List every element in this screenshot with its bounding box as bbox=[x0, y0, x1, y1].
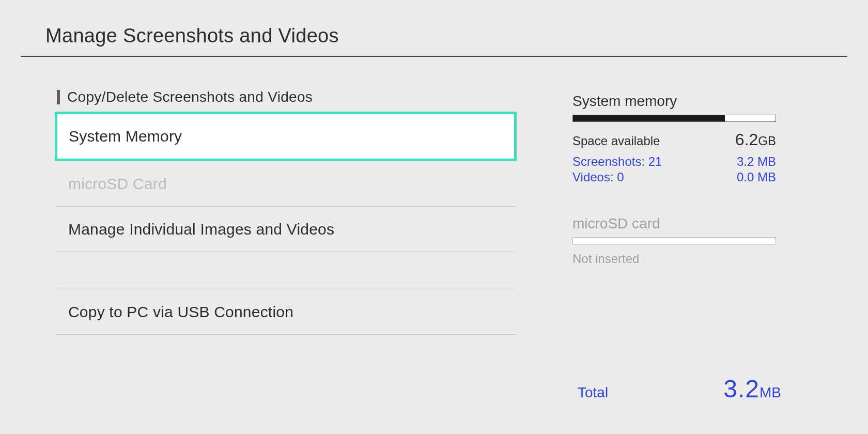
total-row: Total 3.2MB bbox=[578, 375, 781, 403]
microsd-status: Not inserted bbox=[572, 252, 795, 266]
section-title: Copy/Delete Screenshots and Videos bbox=[67, 89, 313, 105]
menu-item-label: System Memory bbox=[69, 128, 182, 145]
menu-item-label: Manage Individual Images and Videos bbox=[68, 221, 334, 238]
screenshots-row: Screenshots: 21 3.2 MB bbox=[572, 154, 776, 169]
system-memory-panel: System memory Space available 6.2GB Scre… bbox=[572, 93, 795, 184]
menu-gap bbox=[56, 252, 516, 289]
microsd-panel: microSD card Not inserted bbox=[572, 215, 795, 266]
menu-item-label: microSD Card bbox=[68, 175, 167, 193]
header-divider bbox=[21, 56, 847, 57]
section-gap bbox=[572, 185, 795, 215]
storage-column: System memory Space available 6.2GB Scre… bbox=[572, 89, 795, 335]
videos-row: Videos: 0 0.0 MB bbox=[572, 170, 776, 184]
content-area: Copy/Delete Screenshots and Videos Syste… bbox=[0, 89, 868, 335]
videos-size: 0.0 MB bbox=[737, 170, 776, 184]
menu-item-system-memory[interactable]: System Memory bbox=[55, 112, 517, 161]
page-title: Manage Screenshots and Videos bbox=[45, 25, 868, 47]
screenshots-size: 3.2 MB bbox=[737, 154, 776, 169]
menu-item-copy-to-pc[interactable]: Copy to PC via USB Connection bbox=[56, 289, 516, 335]
space-available-value: 6.2GB bbox=[735, 130, 776, 149]
section-header: Copy/Delete Screenshots and Videos bbox=[57, 89, 516, 105]
system-memory-progress bbox=[572, 115, 776, 122]
system-memory-title: System memory bbox=[572, 93, 795, 110]
system-memory-progress-fill bbox=[573, 115, 725, 121]
page-header: Manage Screenshots and Videos bbox=[0, 0, 868, 56]
menu-item-label: Copy to PC via USB Connection bbox=[68, 303, 293, 321]
total-value-wrap: 3.2MB bbox=[723, 375, 781, 403]
total-label: Total bbox=[578, 384, 608, 401]
screenshots-label: Screenshots: 21 bbox=[572, 154, 662, 169]
space-available-row: Space available 6.2GB bbox=[572, 130, 776, 149]
microsd-progress bbox=[572, 237, 776, 244]
menu-item-microsd[interactable]: microSD Card bbox=[56, 161, 516, 207]
menu-column: Copy/Delete Screenshots and Videos Syste… bbox=[56, 89, 516, 335]
microsd-title: microSD card bbox=[572, 215, 795, 232]
videos-label: Videos: 0 bbox=[572, 170, 624, 184]
space-available-label: Space available bbox=[572, 134, 660, 148]
section-bar-icon bbox=[57, 90, 60, 104]
menu-item-manage-individual[interactable]: Manage Individual Images and Videos bbox=[56, 207, 516, 252]
